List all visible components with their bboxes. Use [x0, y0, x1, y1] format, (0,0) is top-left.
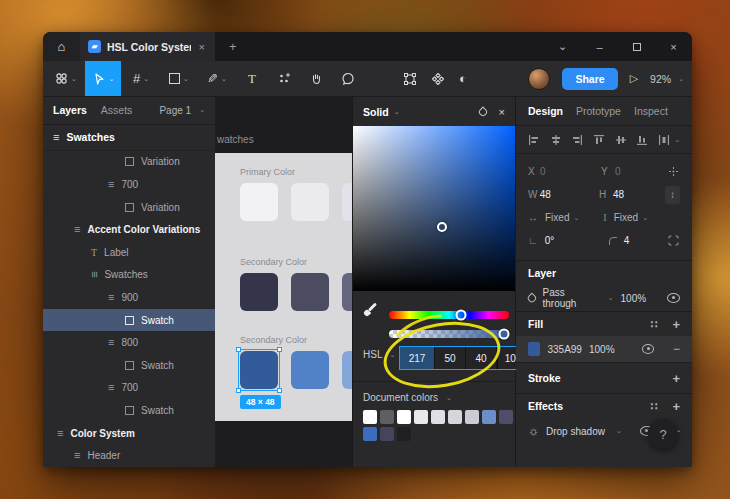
document-tab[interactable]: ▰ HSL Color System × — [80, 32, 215, 61]
add-fill-button[interactable]: + — [672, 317, 680, 332]
layer-row[interactable]: TLabel — [43, 241, 215, 264]
layer-row[interactable]: ≡Header — [43, 444, 215, 467]
align-horizontal-center-icon[interactable] — [550, 134, 562, 146]
color-swatch[interactable] — [240, 273, 278, 311]
sticky-section-header[interactable]: ≡ Swatches — [43, 125, 215, 151]
pen-tool-button[interactable]: ✎ ⌄ — [199, 61, 235, 96]
window-restore-down-button[interactable]: ⌄ — [544, 32, 581, 61]
document-color-swatch[interactable] — [448, 410, 462, 424]
user-avatar[interactable] — [528, 68, 550, 90]
color-swatch[interactable] — [291, 351, 329, 389]
remove-fill-button[interactable]: − — [673, 342, 680, 356]
canvas[interactable]: watches Primary Color Secondary Color Se… — [215, 97, 352, 467]
alpha-slider[interactable] — [389, 330, 509, 338]
home-button[interactable]: ⌂ — [43, 32, 80, 61]
document-color-swatch[interactable] — [499, 410, 513, 424]
layer-row[interactable]: Swatch — [43, 354, 215, 377]
selection-handle[interactable] — [236, 388, 241, 393]
frame-alignment-button[interactable] — [667, 165, 680, 178]
rotation-input[interactable]: 0° — [545, 235, 589, 246]
add-effect-button[interactable]: + — [672, 399, 680, 414]
color-swatch[interactable] — [342, 183, 352, 221]
corner-radius-input[interactable]: 4 — [624, 235, 660, 246]
color-format-selector[interactable]: HSL ⌄ — [363, 349, 395, 360]
layer-opacity-input[interactable]: 100% — [621, 293, 647, 304]
align-right-icon[interactable] — [571, 134, 583, 146]
layer-row[interactable]: ≡Color System — [43, 422, 215, 445]
alpha-handle[interactable] — [499, 329, 510, 340]
layer-row[interactable]: ≡800 — [43, 331, 215, 354]
document-color-swatch[interactable] — [363, 427, 377, 441]
y-input[interactable]: 0 — [615, 166, 667, 177]
window-minimize-button[interactable]: – — [581, 32, 618, 61]
document-color-swatch[interactable] — [465, 410, 479, 424]
hand-tool-button[interactable] — [301, 61, 331, 96]
lightness-input[interactable]: 40 — [466, 347, 497, 369]
document-color-swatch[interactable] — [482, 410, 496, 424]
document-color-swatch[interactable] — [431, 410, 445, 424]
fill-visibility-eye-icon[interactable] — [642, 344, 654, 354]
document-color-swatch[interactable] — [397, 410, 411, 424]
tab-close-icon[interactable]: × — [197, 41, 207, 53]
distribute-menu[interactable]: ⌄ — [658, 134, 680, 146]
document-color-swatch[interactable] — [380, 410, 394, 424]
layer-row[interactable]: ≡700 — [43, 173, 215, 196]
color-swatch[interactable] — [342, 351, 352, 389]
shape-tool-button[interactable]: ⌄ — [161, 61, 197, 96]
styles-icon[interactable]: ∷ — [650, 400, 658, 413]
resources-button[interactable] — [269, 61, 299, 96]
text-tool-button[interactable]: T — [237, 61, 267, 96]
document-color-swatch[interactable] — [363, 410, 377, 424]
hue-input[interactable]: 217 — [400, 347, 435, 369]
fill-opacity-input[interactable]: 100% — [589, 344, 615, 355]
saturation-input[interactable]: 50 — [435, 347, 466, 369]
present-button[interactable]: ▷ — [630, 72, 638, 85]
layer-row[interactable]: Variation — [43, 196, 215, 219]
styles-icon[interactable]: ∷ — [650, 318, 658, 331]
fill-color-chip[interactable] — [528, 342, 540, 356]
fill-row[interactable]: 335A99 100% − — [516, 336, 692, 362]
hue-handle[interactable] — [456, 310, 467, 321]
horizontal-resizing-select[interactable]: Fixed — [545, 212, 569, 223]
selection-handle[interactable] — [277, 388, 282, 393]
selection-handle[interactable] — [236, 347, 241, 352]
color-swatch-selected[interactable] — [240, 351, 278, 389]
blend-mode-icon[interactable] — [477, 106, 488, 117]
share-button[interactable]: Share — [562, 68, 617, 90]
tab-design[interactable]: Design — [528, 105, 563, 117]
layer-row[interactable]: ≡900 — [43, 286, 215, 309]
layer-row[interactable]: ≡Accent Color Variations — [43, 218, 215, 241]
effect-settings-icon[interactable]: ☼ — [528, 424, 539, 438]
fill-hex-input[interactable]: 335A99 — [547, 344, 581, 355]
layer-visibility-eye-icon[interactable] — [667, 293, 680, 303]
color-swatch[interactable] — [291, 183, 329, 221]
color-swatch[interactable] — [342, 273, 352, 311]
hue-slider[interactable] — [389, 311, 509, 319]
document-color-swatch[interactable] — [414, 410, 428, 424]
new-tab-button[interactable]: + — [215, 32, 251, 61]
x-input[interactable]: 0 — [540, 166, 585, 177]
document-color-swatch[interactable] — [380, 427, 394, 441]
tab-prototype[interactable]: Prototype — [576, 105, 621, 117]
align-bottom-icon[interactable] — [636, 134, 648, 146]
constrain-proportions-toggle[interactable]: ↕ — [665, 186, 680, 204]
width-input[interactable]: 48 — [540, 189, 583, 200]
effect-type-select[interactable]: Drop shadow — [546, 426, 605, 437]
paint-type-selector[interactable]: Solid — [363, 106, 389, 118]
vertical-resizing-select[interactable]: Fixed — [614, 212, 638, 223]
move-tool-button[interactable]: ⌄ — [85, 61, 121, 96]
saturation-brightness-area[interactable] — [353, 126, 515, 291]
blend-mode-select[interactable]: Pass through — [543, 287, 597, 309]
edit-object-icon[interactable] — [403, 72, 417, 86]
layer-row-selected[interactable]: Swatch — [43, 309, 215, 332]
eyedropper-icon[interactable] — [363, 302, 379, 318]
tab-inspect[interactable]: Inspect — [634, 105, 668, 117]
color-swatch[interactable] — [291, 273, 329, 311]
help-button[interactable]: ? — [648, 419, 678, 449]
main-menu-button[interactable]: ⌄ — [49, 61, 83, 96]
color-cursor[interactable] — [437, 222, 447, 232]
component-icon[interactable] — [431, 72, 445, 86]
add-stroke-button[interactable]: + — [672, 371, 680, 386]
page-selector[interactable]: Page 1 ⌄ — [159, 105, 205, 116]
zoom-menu[interactable]: 92% ⌄ — [650, 73, 684, 85]
